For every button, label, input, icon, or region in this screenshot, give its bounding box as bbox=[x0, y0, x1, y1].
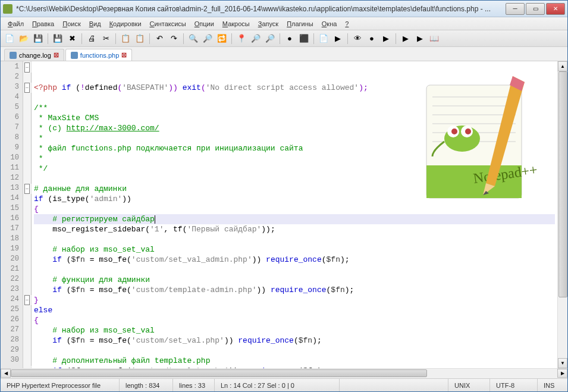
code-line-11[interactable]: # данные для админки bbox=[34, 184, 555, 194]
menu-вид[interactable]: Вид bbox=[86, 19, 105, 29]
vertical-scrollbar[interactable]: ▲ ▼ bbox=[557, 61, 567, 368]
toolbar-button-22[interactable]: ● bbox=[365, 32, 378, 45]
code-line-24[interactable]: { bbox=[34, 315, 555, 325]
fold-marker bbox=[23, 133, 31, 143]
menu-?[interactable]: ? bbox=[341, 19, 352, 29]
toolbar-button-13[interactable]: 🔁 bbox=[215, 32, 228, 45]
code-line-2[interactable] bbox=[34, 93, 555, 103]
code-line-27[interactable] bbox=[34, 346, 555, 356]
code-line-10[interactable] bbox=[34, 174, 555, 184]
toolbar-button-17[interactable]: ● bbox=[283, 32, 296, 45]
code-line-18[interactable]: if ($fn = mso_fe('custom/set_val_admin.p… bbox=[34, 255, 555, 265]
toolbar-button-21[interactable]: 👁 bbox=[351, 32, 364, 45]
tab-functions.php[interactable]: functions.php⊠ bbox=[65, 49, 132, 61]
menu-макросы[interactable]: Макросы bbox=[219, 19, 253, 29]
menu-кодировки[interactable]: Кодировки bbox=[106, 19, 145, 29]
toolbar-button-5[interactable]: 🖨 bbox=[85, 32, 98, 45]
toolbar-separator bbox=[347, 33, 348, 44]
scroll-thumb-vertical[interactable] bbox=[558, 71, 567, 297]
toolbar-button-23[interactable]: ▶ bbox=[379, 32, 393, 45]
toolbar-button-26[interactable]: 📖 bbox=[428, 32, 441, 45]
text-cursor bbox=[155, 215, 155, 224]
toolbar-button-24[interactable]: ▶ bbox=[399, 32, 412, 45]
scroll-left-button[interactable]: ◀ bbox=[1, 369, 11, 378]
code-line-17[interactable]: # набор из mso_set_val bbox=[34, 244, 555, 255]
code-line-20[interactable]: # функции для админки bbox=[34, 275, 555, 285]
code-line-13[interactable]: { bbox=[34, 204, 555, 214]
toolbar-separator bbox=[115, 33, 116, 44]
line-number: 28 bbox=[1, 335, 23, 346]
toolbar-button-2[interactable]: 💾 bbox=[32, 32, 45, 45]
code-line-22[interactable]: } bbox=[34, 295, 555, 305]
tab-close-icon[interactable]: ⊠ bbox=[54, 51, 59, 59]
toolbar-button-12[interactable]: 🔎 bbox=[201, 32, 214, 45]
menu-поиск[interactable]: Поиск bbox=[59, 19, 84, 29]
line-number: 16 bbox=[1, 214, 23, 224]
menu-правка[interactable]: Правка bbox=[29, 19, 58, 29]
menu-запуск[interactable]: Запуск bbox=[255, 19, 282, 29]
code-line-19[interactable] bbox=[34, 265, 555, 275]
scroll-right-button[interactable]: ▶ bbox=[557, 369, 567, 378]
fold-column: −−−− bbox=[23, 61, 32, 368]
toolbar-button-20[interactable]: ▶ bbox=[331, 32, 344, 45]
toolbar-button-9[interactable]: ↶ bbox=[153, 32, 166, 45]
toolbar-button-8[interactable]: 📋 bbox=[133, 32, 146, 45]
fold-marker[interactable]: − bbox=[23, 83, 31, 93]
code-line-29[interactable]: if ($fn = mso_fe('custom/template.php'))… bbox=[34, 366, 555, 368]
toolbar-button-19[interactable]: 📄 bbox=[317, 32, 330, 45]
code-line-6[interactable]: * bbox=[34, 133, 555, 143]
fold-marker[interactable]: − bbox=[23, 62, 31, 73]
scroll-up-button[interactable]: ▲ bbox=[558, 61, 567, 71]
scroll-down-button[interactable]: ▼ bbox=[558, 358, 567, 368]
fold-marker bbox=[23, 73, 31, 83]
code-line-14[interactable]: # регистрируем сайдбар bbox=[34, 214, 555, 224]
toolbar-button-14[interactable]: 📍 bbox=[235, 32, 248, 45]
toolbar-button-15[interactable]: 🔎 bbox=[249, 32, 262, 45]
code-line-21[interactable]: if ($fn = mso_fe('custom/template-admin.… bbox=[34, 285, 555, 295]
horizontal-scrollbar[interactable]: ◀ ▶ bbox=[1, 368, 567, 378]
fold-marker bbox=[23, 204, 31, 214]
code-line-25[interactable]: # набор из mso_set_val bbox=[34, 325, 555, 335]
fold-marker[interactable]: − bbox=[23, 295, 31, 305]
code-line-15[interactable]: mso_register_sidebar('1', tf('Первый сай… bbox=[34, 224, 555, 234]
toolbar-separator bbox=[81, 33, 82, 44]
toolbar-button-16[interactable]: 🔎 bbox=[263, 32, 277, 45]
tab-change.log[interactable]: change.log⊠ bbox=[4, 49, 64, 61]
menu-синтаксисы[interactable]: Синтаксисы bbox=[146, 19, 190, 29]
code-line-9[interactable]: */ bbox=[34, 164, 555, 174]
toolbar-button-10[interactable]: ↷ bbox=[167, 32, 180, 45]
code-line-12[interactable]: if (is_type('admin')) bbox=[34, 194, 555, 204]
toolbar-button-25[interactable]: ▶ bbox=[413, 32, 426, 45]
code-line-26[interactable]: if ($fn = mso_fe('custom/set_val.php')) … bbox=[34, 335, 555, 346]
code-line-8[interactable]: * bbox=[34, 153, 555, 164]
close-button[interactable]: ✕ bbox=[546, 3, 565, 15]
toolbar-button-6[interactable]: ✂ bbox=[99, 32, 112, 45]
toolbar-button-4[interactable]: ✖ bbox=[65, 32, 79, 45]
tab-close-icon[interactable]: ⊠ bbox=[121, 51, 127, 59]
menu-плагины[interactable]: Плагины bbox=[283, 19, 317, 29]
code-line-3[interactable]: /** bbox=[34, 103, 555, 113]
fold-marker[interactable]: − bbox=[23, 184, 31, 194]
toolbar-button-18[interactable]: ⬛ bbox=[297, 32, 310, 45]
menu-опции[interactable]: Опции bbox=[191, 19, 218, 29]
menu-окна[interactable]: Окна bbox=[318, 19, 341, 29]
code-line-28[interactable]: # дополнительный файл template.php bbox=[34, 356, 555, 366]
minimize-button[interactable]: ─ bbox=[506, 3, 525, 15]
code-line-23[interactable]: else bbox=[34, 305, 555, 315]
code-line-7[interactable]: * файл functions.php подключается при ин… bbox=[34, 143, 555, 153]
toolbar-button-0[interactable]: 📄 bbox=[3, 32, 16, 45]
fold-marker bbox=[23, 285, 31, 295]
code-area[interactable]: <?php if (!defined('BASEPATH')) exit('No… bbox=[32, 61, 557, 368]
toolbar-button-7[interactable]: 📋 bbox=[119, 32, 132, 45]
maximize-button[interactable]: ▭ bbox=[526, 3, 545, 15]
scroll-thumb-horizontal[interactable] bbox=[11, 369, 427, 377]
toolbar-button-1[interactable]: 📂 bbox=[17, 32, 30, 45]
code-line-4[interactable]: * MaxSite CMS bbox=[34, 113, 555, 123]
tab-bar: change.log⊠functions.php⊠ bbox=[1, 47, 567, 61]
code-line-16[interactable] bbox=[34, 234, 555, 244]
menu-файл[interactable]: Файл bbox=[4, 19, 27, 29]
code-line-5[interactable]: * (c) http://max-3000.com/ bbox=[34, 123, 555, 133]
toolbar-button-3[interactable]: 💾 bbox=[51, 32, 64, 45]
toolbar-button-11[interactable]: 🔍 bbox=[187, 32, 200, 45]
code-line-1[interactable]: <?php if (!defined('BASEPATH')) exit('No… bbox=[34, 83, 555, 93]
